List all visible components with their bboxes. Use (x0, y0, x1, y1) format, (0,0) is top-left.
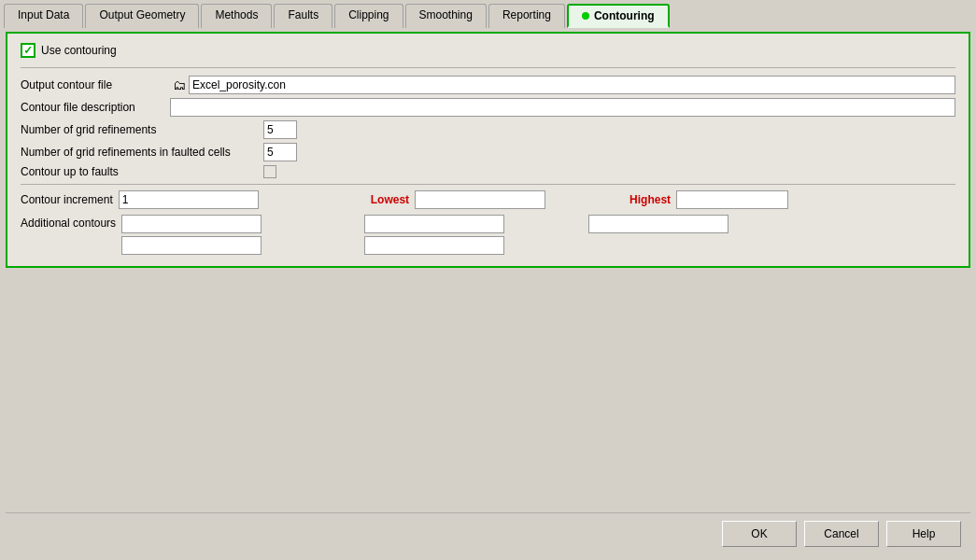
additional-contour-left-1[interactable] (121, 215, 262, 233)
lowest-label: Lowest (371, 193, 409, 206)
output-contour-file-input[interactable] (189, 76, 955, 94)
use-contouring-label: Use contouring (41, 44, 117, 57)
form-section: Output contour file 🗂 Contour file descr… (21, 67, 955, 178)
additional-contour-mid-2[interactable] (364, 236, 504, 255)
tab-contouring[interactable]: Contouring (567, 4, 670, 28)
number-of-grid-refinements-faulted-input[interactable] (263, 143, 297, 161)
number-of-grid-refinements-input[interactable] (263, 120, 297, 139)
number-of-grid-refinements-label: Number of grid refinements (21, 123, 263, 136)
use-contouring-checkbox[interactable] (21, 43, 35, 58)
ok-button[interactable]: OK (722, 521, 797, 547)
additional-contour-right-1[interactable] (588, 215, 728, 233)
tab-methods[interactable]: Methods (201, 4, 272, 28)
cancel-button[interactable]: Cancel (804, 521, 879, 547)
help-button[interactable]: Help (886, 521, 961, 547)
tab-reporting[interactable]: Reporting (488, 4, 565, 28)
additional-contours-left-group (121, 215, 262, 255)
contouring-panel: Use contouring Output contour file 🗂 Con… (6, 32, 970, 268)
empty-space (6, 268, 970, 512)
contour-up-to-faults-row: Contour up to faults (21, 165, 955, 178)
highest-label: Highest (629, 193, 671, 206)
contour-file-description-input[interactable] (170, 98, 955, 117)
number-of-grid-refinements-row: Number of grid refinements (21, 120, 955, 139)
additional-contour-left-2[interactable] (121, 236, 262, 255)
additional-contours-right-group (588, 215, 728, 233)
button-bar: OK Cancel Help (6, 512, 970, 554)
tab-faults[interactable]: Faults (274, 4, 332, 28)
contour-increment-input[interactable] (119, 190, 259, 209)
number-of-grid-refinements-faulted-label: Number of grid refinements in faulted ce… (21, 146, 263, 159)
contour-file-description-label: Contour file description (21, 101, 170, 114)
contour-up-to-faults-checkbox[interactable] (263, 165, 276, 178)
highest-input[interactable] (676, 190, 788, 209)
main-container: Input Data Output Geometry Methods Fault… (0, 0, 976, 560)
folder-icon-button[interactable]: 🗂 (170, 77, 189, 92)
output-contour-file-row: Output contour file 🗂 (21, 76, 955, 94)
tab-input-data[interactable]: Input Data (4, 4, 83, 28)
contour-increment-label: Contour increment (21, 193, 113, 206)
tab-output-geometry[interactable]: Output Geometry (85, 4, 199, 28)
lowest-input[interactable] (415, 190, 545, 209)
contour-up-to-faults-label: Contour up to faults (21, 165, 263, 178)
output-contour-file-label: Output contour file (21, 78, 170, 91)
contour-increment-row: Contour increment Lowest Highest (21, 190, 955, 209)
tab-clipping[interactable]: Clipping (334, 4, 403, 28)
additional-contours-label: Additional contours (21, 215, 116, 230)
additional-contours-row: Additional contours (21, 215, 955, 255)
use-contouring-row: Use contouring (21, 43, 955, 58)
tab-bar: Input Data Output Geometry Methods Fault… (0, 0, 976, 28)
number-of-grid-refinements-faulted-row: Number of grid refinements in faulted ce… (21, 143, 955, 161)
content-area: Use contouring Output contour file 🗂 Con… (0, 28, 976, 560)
contouring-dot (582, 12, 589, 20)
contour-file-description-row: Contour file description (21, 98, 955, 117)
additional-contours-middle-group (364, 215, 504, 255)
additional-contour-mid-1[interactable] (364, 215, 504, 233)
divider (21, 184, 955, 185)
tab-smoothing[interactable]: Smoothing (405, 4, 487, 28)
